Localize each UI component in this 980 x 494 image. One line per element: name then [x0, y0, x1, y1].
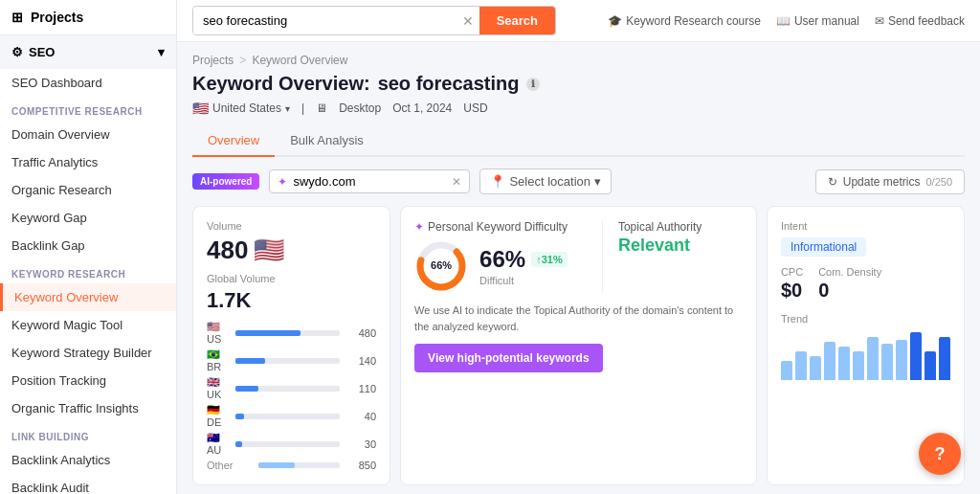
country-name: United States	[212, 101, 281, 115]
tab-overview[interactable]: Overview	[192, 125, 275, 157]
tabs: Overview Bulk Analysis	[192, 125, 965, 157]
trend-bars	[781, 332, 950, 380]
sidebar-item-keyword-strategy-builder[interactable]: Keyword Strategy Builder	[0, 339, 176, 367]
keyword-research-section: KEYWORD RESEARCH	[0, 259, 176, 283]
bar-bg-other	[258, 462, 340, 468]
pkd-difficult: Difficult	[479, 275, 568, 286]
bar-bg-au	[235, 441, 340, 447]
keyword-research-course-link[interactable]: 🎓 Keyword Research course	[608, 14, 761, 28]
bar-au	[235, 441, 242, 447]
sidebar-item-organic-traffic-insights[interactable]: Organic Traffic Insights	[0, 394, 176, 422]
book-icon: 📖	[776, 14, 791, 28]
traffic-analytics-label: Traffic Analytics	[11, 155, 98, 169]
sidebar-item-domain-overview[interactable]: Domain Overview	[0, 121, 176, 148]
pkd-ta-card: ✦ Personal Keyword Difficulty 66%	[400, 206, 757, 485]
search-input[interactable]	[193, 8, 457, 34]
help-fab[interactable]: ?	[919, 433, 961, 475]
position-tracking-label: Position Tracking	[11, 373, 106, 388]
pkd-percentage: 66% ↑31%	[479, 246, 568, 273]
search-box: ✕ Search	[192, 6, 556, 35]
sparkle-icon-pkd: ✦	[414, 220, 424, 234]
clear-search-button[interactable]: ✕	[457, 13, 479, 29]
trend-bar-3	[824, 342, 835, 380]
location-select[interactable]: 📍 Select location ▾	[479, 168, 612, 194]
location-chevron-icon: ▾	[594, 174, 601, 189]
breadcrumb-current: Keyword Overview	[252, 54, 347, 67]
topbar-links: 🎓 Keyword Research course 📖 User manual …	[608, 14, 965, 28]
keyword-strategy-builder-label: Keyword Strategy Builder	[11, 346, 152, 360]
sidebar-item-organic-research[interactable]: Organic Research	[0, 176, 176, 204]
domain-input-wrap: ✦ ✕	[269, 169, 470, 193]
volume-row-br: 🇧🇷 BR 140	[207, 348, 376, 372]
content-area: Projects > Keyword Overview Keyword Over…	[177, 42, 980, 494]
donut-chart: 66%	[414, 239, 468, 293]
intent-badge: Informational	[781, 237, 866, 257]
volume-flag: 🇺🇸	[254, 236, 284, 265]
update-metrics-button[interactable]: ↻ Update metrics 0/250	[815, 169, 965, 194]
organic-traffic-insights-label: Organic Traffic Insights	[11, 401, 139, 415]
ta-section: Topical Authority Relevant	[618, 220, 743, 293]
cpc-density-row: CPC $0 Com. Density 0	[781, 266, 950, 302]
volume-rows: 🇺🇸 US 480 🇧🇷 BR 140 🇬🇧 UK 110	[207, 321, 376, 456]
bar-bg-uk	[235, 386, 340, 392]
location-icon: 📍	[490, 174, 505, 189]
density-value: 0	[818, 280, 881, 302]
breadcrumb-separator: >	[239, 54, 246, 67]
info-icon[interactable]: ℹ	[526, 78, 540, 91]
update-metrics-label: Update metrics	[843, 175, 921, 189]
projects-header[interactable]: ⊞ Projects	[0, 0, 176, 35]
organic-research-label: Organic Research	[11, 183, 112, 197]
device-label: Desktop	[339, 101, 381, 115]
user-manual-link[interactable]: 📖 User manual	[776, 14, 859, 28]
seo-section-header[interactable]: ⚙ SEO ▾	[0, 35, 176, 69]
volume-row-de: 🇩🇪 DE 40	[207, 404, 376, 428]
sidebar-item-backlink-gap[interactable]: Backlink Gap	[0, 232, 176, 259]
message-icon: ✉	[875, 14, 884, 28]
bar-bg-de	[235, 414, 340, 419]
grid-icon: ⊞	[11, 10, 23, 25]
currency-label: USD	[463, 101, 487, 115]
breadcrumb-projects[interactable]: Projects	[192, 54, 234, 67]
country-selector[interactable]: 🇺🇸 United States ▾	[192, 101, 290, 116]
ai-search-row: AI-powered ✦ ✕ 📍 Select location ▾ ↻ Upd…	[192, 168, 965, 194]
domain-input[interactable]	[293, 174, 446, 189]
sidebar-item-backlink-analytics[interactable]: Backlink Analytics	[0, 446, 176, 474]
clear-domain-button[interactable]: ✕	[452, 175, 461, 189]
sidebar-item-seo-dashboard[interactable]: SEO Dashboard	[0, 69, 176, 97]
sidebar-item-keyword-gap[interactable]: Keyword Gap	[0, 204, 176, 232]
cards-grid-row1: Volume 480 🇺🇸 Global Volume 1.7K 🇺🇸 US 4…	[192, 206, 965, 485]
pkd-values: 66% ↑31% Difficult	[479, 246, 568, 286]
device-separator: |	[301, 101, 304, 115]
seo-label: SEO	[29, 45, 55, 59]
cpc-block: CPC $0	[781, 266, 803, 302]
sidebar-item-keyword-magic-tool[interactable]: Keyword Magic Tool	[0, 311, 176, 339]
cpc-label: CPC	[781, 266, 803, 278]
backlink-analytics-label: Backlink Analytics	[11, 453, 110, 467]
trend-bar-1	[795, 351, 807, 380]
sidebar-item-traffic-analytics[interactable]: Traffic Analytics	[0, 148, 176, 176]
send-feedback-link[interactable]: ✉ Send feedback	[875, 14, 965, 28]
bar-bg-br	[235, 358, 340, 364]
pkd-title: ✦ Personal Keyword Difficulty	[414, 220, 587, 234]
bar-uk	[235, 386, 258, 392]
search-button[interactable]: Search	[479, 7, 555, 34]
page-title: Keyword Overview: seo forecasting ℹ	[192, 73, 965, 95]
trend-label: Trend	[781, 313, 950, 325]
trend-bar-9	[910, 332, 922, 380]
topbar: ✕ Search 🎓 Keyword Research course 📖 Use…	[177, 0, 980, 42]
volume-row-au: 🇦🇺 AU 30	[207, 432, 376, 456]
sidebar-item-backlink-audit[interactable]: Backlink Audit	[0, 474, 176, 494]
volume-label: Volume	[207, 220, 376, 232]
country-chevron-icon: ▾	[285, 103, 290, 114]
intent-label: Intent	[781, 220, 950, 232]
view-high-potential-button[interactable]: View high-potential keywords	[414, 344, 602, 372]
pkd-section: ✦ Personal Keyword Difficulty 66%	[414, 220, 603, 293]
bar-other	[258, 462, 295, 468]
sidebar-item-keyword-overview[interactable]: Keyword Overview	[0, 283, 176, 311]
tab-bulk-analysis[interactable]: Bulk Analysis	[275, 125, 379, 157]
global-volume-value: 1.7K	[207, 288, 376, 313]
bar-us	[235, 330, 301, 336]
trend-bar-11	[939, 337, 950, 380]
sidebar-item-position-tracking[interactable]: Position Tracking	[0, 367, 176, 394]
country-uk: 🇬🇧 UK	[207, 376, 230, 400]
